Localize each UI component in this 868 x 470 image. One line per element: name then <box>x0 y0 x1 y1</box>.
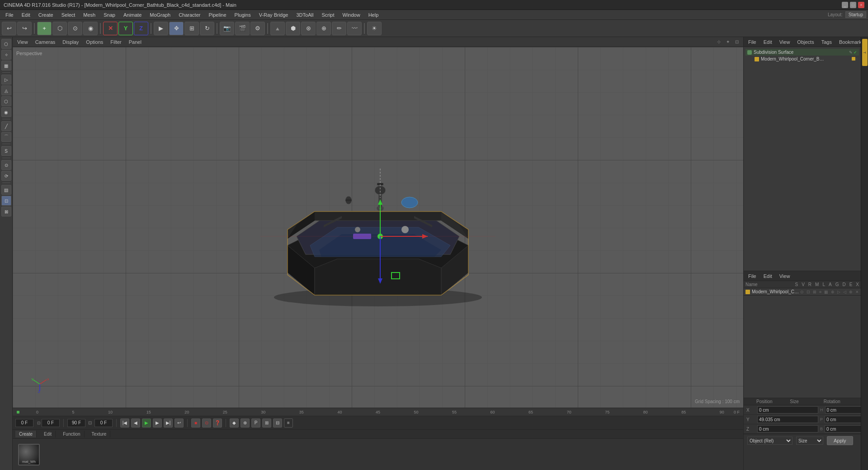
tool-11[interactable]: ▤ <box>1 185 11 195</box>
prop-ctrl-2[interactable]: ⊡ <box>807 290 810 294</box>
end-frame-field[interactable] <box>67 419 85 427</box>
prop-ctrl-6[interactable]: ⊕ <box>831 290 835 294</box>
render-view-button[interactable]: 🎬 <box>235 22 250 35</box>
menu-select[interactable]: Select <box>58 11 79 19</box>
object-item-bathtub[interactable]: Modern_Whirlpool_Corner_Bathtub_Black · <box>745 56 859 62</box>
menu-create[interactable]: Create <box>35 11 57 19</box>
obj-material-tag[interactable] <box>852 57 855 61</box>
material-create-tab[interactable]: Create <box>15 431 37 437</box>
object-item-subdivision[interactable]: Subdivision Surface ✎ ✓ <box>745 49 859 56</box>
pos-z-field[interactable] <box>757 425 818 432</box>
pos-y-field[interactable] <box>757 416 818 423</box>
material-thumbnail[interactable]: mat_Wh <box>18 444 40 465</box>
key-button-6[interactable]: ≡ <box>284 418 293 428</box>
x-axis-button[interactable]: ✕ <box>103 22 118 35</box>
tool-9[interactable]: ⊙ <box>1 160 11 170</box>
obj-menu-tags[interactable]: Tags <box>820 38 834 46</box>
move-tool[interactable]: ✥ <box>169 22 184 35</box>
mode-button[interactable]: ⬡ <box>1 39 11 49</box>
obj-ctrl-2[interactable]: ✓ <box>854 50 857 55</box>
menu-snap[interactable]: Snap <box>100 11 119 19</box>
fps-field[interactable] <box>42 419 60 427</box>
tool-12[interactable]: ⊡ <box>1 196 11 206</box>
obj-menu-objects[interactable]: Objects <box>795 38 816 46</box>
viewport-menu-panel[interactable]: Panel <box>127 38 143 46</box>
record-stop-button[interactable]: ■ <box>191 418 200 428</box>
object-button[interactable]: ⬡ <box>52 22 67 35</box>
auto-key-button[interactable]: ❓ <box>213 418 222 428</box>
play-button[interactable]: ▶ <box>142 418 151 428</box>
close-button[interactable]: × <box>858 2 864 8</box>
rotate-tool[interactable]: ↻ <box>200 22 214 35</box>
deformer-button[interactable]: ⟁ <box>270 22 285 35</box>
coord-system-select[interactable]: Object (Rel) <box>747 437 793 445</box>
generator-button[interactable]: ⬢ <box>286 22 300 35</box>
menu-vray[interactable]: V-Ray Bridge <box>255 11 292 19</box>
viewport-icon-1[interactable]: ⊹ <box>715 38 722 46</box>
mode-button-3[interactable]: ▦ <box>1 61 11 70</box>
mode-button-4[interactable]: ▷ <box>1 75 11 85</box>
menu-animate[interactable]: Animate <box>120 11 145 19</box>
menu-3dtoall[interactable]: 3DToAll <box>292 11 317 19</box>
size-mode-select[interactable]: Size <box>796 437 823 445</box>
menu-window[interactable]: Window <box>339 11 364 19</box>
go-to-start-button[interactable]: |◀ <box>120 418 129 428</box>
transport-fps-field[interactable] <box>94 419 113 427</box>
undo-button[interactable]: ↩ <box>2 22 16 35</box>
mograph-button[interactable]: ⊛ <box>301 22 316 35</box>
prev-frame-button[interactable]: ◀ <box>131 418 140 428</box>
viewport-menu-display[interactable]: Display <box>61 38 80 46</box>
viewport-menu-view[interactable]: View <box>15 38 30 46</box>
viewport-icon-2[interactable]: ✦ <box>724 38 731 46</box>
render-settings-button[interactable]: ⚙ <box>250 22 265 35</box>
menu-script[interactable]: Script <box>318 11 338 19</box>
mode-button-9[interactable]: ⌒ <box>1 132 11 142</box>
minimize-button[interactable]: _ <box>842 2 848 8</box>
light-button[interactable]: ☀ <box>367 22 382 35</box>
prop-ctrl-8[interactable]: ◁ <box>843 290 846 294</box>
key-button-5[interactable]: ⊟ <box>273 418 282 428</box>
mode-button-2[interactable]: ✧ <box>1 50 11 60</box>
prop-ctrl-10[interactable]: ✕ <box>855 290 859 294</box>
tab-handle[interactable]: T <box>862 39 868 66</box>
obj-ctrl-1[interactable]: ✎ <box>849 50 853 55</box>
maximize-button[interactable]: □ <box>850 2 856 8</box>
tool-13[interactable]: ⊠ <box>1 207 11 216</box>
viewport-icon-3[interactable]: ⊡ <box>733 38 741 46</box>
pos-x-field[interactable] <box>757 406 818 414</box>
tool-10[interactable]: ⟳ <box>1 171 11 181</box>
go-to-end-button[interactable]: ▶| <box>164 418 173 428</box>
prop-ctrl-7[interactable]: ▷ <box>837 290 840 294</box>
menu-pipeline[interactable]: Pipeline <box>205 11 230 19</box>
key-button-2[interactable]: ⊕ <box>241 418 250 428</box>
scale-tool[interactable]: ⊞ <box>184 22 199 35</box>
viewport[interactable]: Perspective <box>13 47 743 408</box>
layout-selector[interactable]: Startup <box>845 11 866 18</box>
record-button[interactable]: ⊙ <box>202 418 211 428</box>
material-edit-tab[interactable]: Edit <box>40 431 56 437</box>
camera-button[interactable]: ◉ <box>83 22 98 35</box>
current-frame-field[interactable] <box>15 419 33 427</box>
redo-button[interactable]: ↪ <box>17 22 32 35</box>
key-button-3[interactable]: P <box>251 418 260 428</box>
prop-menu-edit[interactable]: Edit <box>762 273 774 280</box>
next-frame-button[interactable]: ▶ <box>153 418 162 428</box>
mode-button-6[interactable]: ⬡ <box>1 96 11 106</box>
mode-button-8[interactable]: ╱ <box>1 121 11 131</box>
prop-ctrl-9[interactable]: ⊗ <box>849 290 853 294</box>
menu-mesh[interactable]: Mesh <box>80 11 99 19</box>
prop-ctrl-1[interactable]: ⊙ <box>800 290 804 294</box>
prop-ctrl-5[interactable]: ▦ <box>824 290 828 294</box>
hair-button[interactable]: 〰 <box>347 22 362 35</box>
menu-help[interactable]: Help <box>365 11 382 19</box>
select-tool[interactable]: ▶ <box>154 22 168 35</box>
scene-button[interactable]: ⊙ <box>68 22 82 35</box>
material-function-tab[interactable]: Function <box>59 431 84 437</box>
mode-button-7[interactable]: ◉ <box>1 107 11 117</box>
render-button[interactable]: 📷 <box>220 22 234 35</box>
menu-file[interactable]: File <box>2 11 17 19</box>
apply-button[interactable]: Apply <box>827 436 853 445</box>
prop-menu-view[interactable]: View <box>778 273 792 280</box>
menu-plugins[interactable]: Plugins <box>231 11 255 19</box>
viewport-menu-filter[interactable]: Filter <box>108 38 123 46</box>
